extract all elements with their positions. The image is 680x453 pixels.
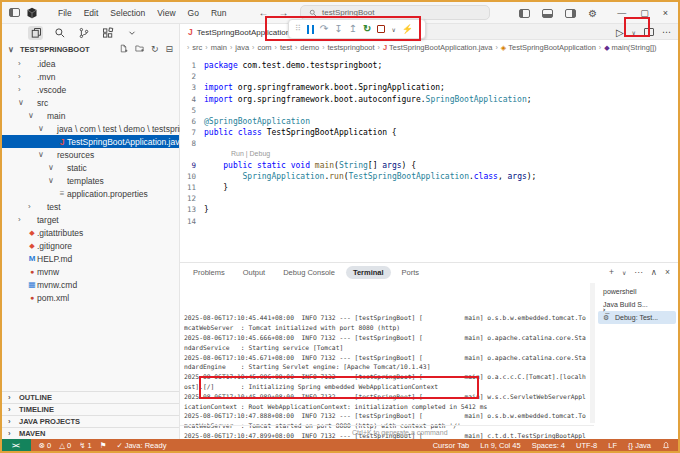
refresh-explorer-icon[interactable]: ↻ [151,44,159,54]
status-item[interactable] [96,439,113,451]
panel-more-actions-icon[interactable]: ⋯ [634,267,643,277]
status-item[interactable]: Spaces: 4 [532,441,565,450]
stop-button[interactable] [377,25,385,33]
breadcrumb-item[interactable]: › src [184,43,202,52]
close-button[interactable]: × [663,8,668,18]
search-view-icon[interactable] [52,26,67,40]
extensions-icon[interactable] [100,26,115,40]
menu-item[interactable]: File [52,8,78,18]
minimize-button[interactable]: — [617,8,626,18]
tree-item[interactable]: ∨ java \ com \ test \ demo \ testspringb… [2,122,179,135]
customize-layout-gear-icon[interactable]: ⚙ [588,8,597,19]
terminal-scrollbar[interactable] [590,283,595,423]
tree-item[interactable]: ∨ src [2,96,179,109]
forward-button[interactable]: → [279,7,289,18]
step-out-button[interactable]: ↥ [349,24,357,34]
run-dropdown-chevron-icon[interactable]: ∨ [632,29,636,36]
maximize-panel-icon[interactable]: ∧ [651,267,657,277]
menu-item[interactable]: View [151,8,181,18]
command-center-search[interactable]: testSpringBoot [300,5,490,20]
explorer-icon[interactable] [28,26,43,40]
split-editor-icon[interactable] [644,28,654,36]
breadcrumb-item[interactable]: › demo [292,43,319,52]
tree-item[interactable]: application.properties [2,187,179,200]
terminal-dropdown-chevron-icon[interactable]: ∨ [622,269,626,276]
breadcrumb-item[interactable]: › com [249,43,272,52]
run-button[interactable]: ▷ [616,27,624,38]
status-item[interactable]: Cursor Tab [433,441,470,450]
status-item[interactable]: Java: Ready [112,439,170,451]
sidebar-toggle-icon[interactable] [9,8,20,17]
source-control-icon[interactable] [76,26,91,40]
codelens-run-debug[interactable]: Run | Debug [180,150,678,160]
panel-tab[interactable]: Terminal [346,266,391,279]
tree-item[interactable]: TestSpringBootApplication.java [2,135,179,148]
close-panel-icon[interactable]: × [665,267,670,277]
step-into-button[interactable]: ↧ [334,24,342,34]
status-item[interactable]: {} Java [628,441,651,450]
more-views-chevron-icon[interactable] [124,26,139,40]
status-item[interactable]: LF [608,441,617,450]
tree-item[interactable]: ∨ resources [2,148,179,161]
sidebar-section-header[interactable]: › MAVEN [2,427,179,439]
menu-item[interactable]: Go [182,8,205,18]
tree-item[interactable]: .gitignore [2,239,179,252]
step-over-button[interactable]: ↷ [320,24,328,34]
code-editor[interactable]: 1package com.test.demo.testspringboot;23… [180,55,678,262]
status-item[interactable]: 1 [75,439,95,451]
tree-item[interactable]: mvnw.cmd [2,278,179,291]
toolbar-drag-handle-icon[interactable]: ⠿ [295,25,301,33]
panel-tab[interactable]: Problems [186,266,232,279]
terminal-list-item[interactable]: Java Build S... [598,298,676,311]
menu-item[interactable]: Selection [104,8,151,18]
tree-item[interactable]: pom.xml [2,291,179,304]
stop-dropdown-chevron-icon[interactable]: ∨ [391,26,395,33]
toggle-primary-sidebar-icon[interactable] [519,9,530,18]
tree-item[interactable]: › .vscode [2,83,179,96]
pause-button[interactable] [307,25,314,34]
tree-item[interactable]: .gitattributes [2,226,179,239]
new-terminal-icon[interactable]: + [609,267,614,277]
tree-item[interactable]: ∨ main [2,109,179,122]
explorer-header[interactable]: ∨ TESTSPRINGBOOT ↻ ⊟ [2,41,179,57]
restart-button[interactable]: ↻ [363,24,371,34]
panel-tab[interactable]: Output [236,266,273,279]
status-item[interactable]: 0 [35,439,55,451]
terminal-list-item[interactable]: powershell [598,285,676,298]
breadcrumb-item[interactable]: › java [227,43,249,52]
sidebar-section-header[interactable]: › OUTLINE [2,391,179,403]
sidebar-section-header[interactable]: › TIMELINE [2,403,179,415]
menu-item[interactable]: Edit [78,8,105,18]
new-file-icon[interactable] [119,44,128,53]
tree-item[interactable]: HELP.md [2,252,179,265]
maximize-button[interactable]: ▢ [640,8,649,18]
tree-item[interactable]: › test [2,200,179,213]
sidebar-section-header[interactable]: › JAVA PROJECTS [2,415,179,427]
panel-tab[interactable]: Debug Console [276,266,342,279]
status-item[interactable]: 0 [55,439,75,451]
editor-more-actions-icon[interactable]: ⋯ [662,27,672,37]
new-folder-icon[interactable] [135,44,144,53]
breadcrumb-item[interactable]: › main [202,43,227,52]
breadcrumb-item[interactable]: › TestSpringBootApplication.java [375,43,493,52]
tree-item[interactable]: › .idea [2,57,179,70]
breadcrumb-item[interactable]: › test [272,43,292,52]
toggle-panel-icon[interactable] [542,9,553,18]
breadcrumb-item[interactable]: › main(String[]) [596,43,657,52]
tree-item[interactable]: ∨ templates [2,174,179,187]
menu-item[interactable]: Run [205,8,233,18]
tree-item[interactable]: ∨ static [2,161,179,174]
panel-tab[interactable]: Ports [395,266,427,279]
status-item[interactable]: UTF-8 [576,441,597,450]
toggle-secondary-sidebar-icon[interactable] [565,9,576,18]
breadcrumb-item[interactable]: › TestSpringBootApplication [493,43,596,52]
collapse-folders-icon[interactable]: ⊟ [165,44,173,54]
breadcrumb-item[interactable]: › testspringboot [319,43,374,52]
hot-code-replace-button[interactable]: ⚡ [402,25,413,34]
tree-item[interactable]: › .mvn [2,70,179,83]
status-item[interactable] [2,439,31,451]
tree-item[interactable]: mvnw [2,265,179,278]
tree-item[interactable]: › target [2,213,179,226]
notifications-bell-icon[interactable] [662,441,670,450]
back-button[interactable]: ← [259,7,269,18]
